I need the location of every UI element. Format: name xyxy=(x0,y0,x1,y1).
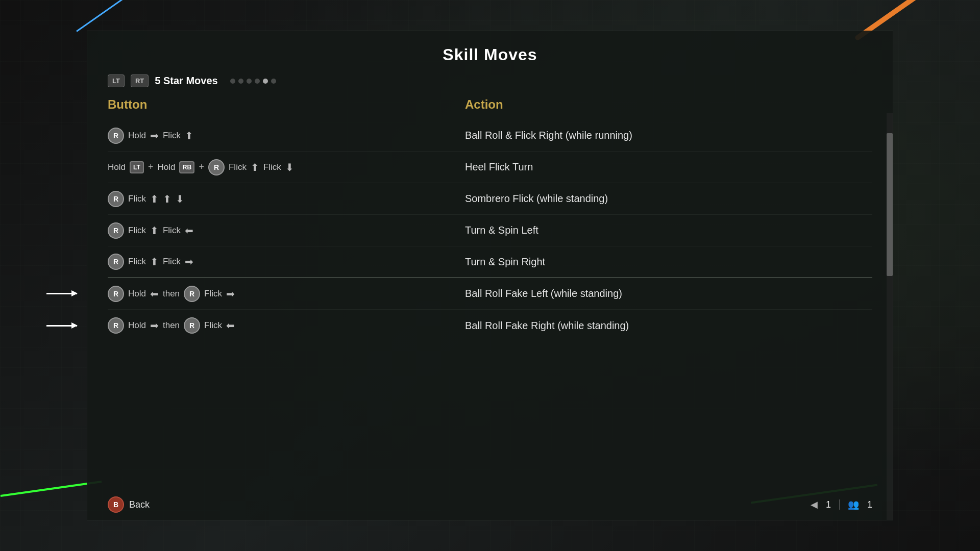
hold-text-4: Hold xyxy=(128,320,146,331)
rb-badge: RB xyxy=(179,161,194,173)
title-bar: Skill Moves xyxy=(87,31,893,74)
tabs-area: LT RT 5 Star Moves xyxy=(87,74,893,97)
arrow-up-icon-5: ⬆ xyxy=(150,224,159,237)
bottom-right-area: ◀ 1 👥 1 xyxy=(811,499,872,510)
button-col-2: Hold LT + Hold RB + R Flick ⬆ Flick ⬇ xyxy=(108,159,465,176)
row-arrow-indicator-6 xyxy=(46,293,77,294)
flick-text-6: Flick xyxy=(163,226,181,236)
then-text-1: then xyxy=(163,289,180,299)
lt-badge: LT xyxy=(130,161,144,173)
dot-3[interactable] xyxy=(247,79,252,84)
col-header-button: Button xyxy=(108,97,465,112)
arrow-right-icon-2: ➡ xyxy=(185,256,193,268)
flick-text-3: Flick xyxy=(263,162,281,172)
column-headers: Button Action xyxy=(87,97,893,112)
r-badge-7: R xyxy=(184,286,200,302)
action-col-3: Sombrero Flick (while standing) xyxy=(465,193,872,205)
flick-text-8: Flick xyxy=(163,257,181,267)
button-col-3: R Flick ⬆ ⬆ ⬇ xyxy=(108,191,465,207)
r-badge-3: R xyxy=(108,191,124,207)
button-col-1: R Hold ➡ Flick ⬆ xyxy=(108,128,465,144)
table-row: R Flick ⬆ Flick ⬅ Turn & Spin Left xyxy=(108,215,872,246)
r-badge-4: R xyxy=(108,222,124,239)
moves-list: R Hold ➡ Flick ⬆ Ball Roll & Flick Right… xyxy=(87,120,893,341)
action-col-4: Turn & Spin Left xyxy=(465,224,872,236)
action-col-6: Ball Roll Fake Left (while standing) xyxy=(465,288,872,299)
page-title: Skill Moves xyxy=(443,45,537,64)
then-text-2: then xyxy=(163,320,180,331)
hold-text: Hold xyxy=(108,162,126,172)
arrow-up-icon-2: ⬆ xyxy=(251,161,259,173)
arrow-down-icon: ⬇ xyxy=(285,161,294,173)
flick-text-10: Flick xyxy=(204,320,222,331)
b-badge: B xyxy=(108,496,124,513)
hold-text-3: Hold xyxy=(128,289,146,299)
table-row: R Flick ⬆ ⬆ ⬇ Sombrero Flick (while stan… xyxy=(108,183,872,215)
table-row: R Hold ⬅ then R Flick ➡ Ball Roll Fake L… xyxy=(108,278,872,310)
r-badge: R xyxy=(108,128,124,144)
back-label: Back xyxy=(129,499,150,510)
hold-text-2: Hold xyxy=(157,162,175,172)
players-number: 1 xyxy=(867,499,872,510)
flick-text: Flick xyxy=(163,131,181,141)
r-badge-5: R xyxy=(108,254,124,270)
flick-text-7: Flick xyxy=(128,257,146,267)
col-header-action: Action xyxy=(465,97,872,112)
r-badge-2: R xyxy=(208,159,225,176)
page-dots xyxy=(230,79,276,84)
left-chevron-icon: ◀ xyxy=(811,499,818,510)
table-row: R Hold ➡ Flick ⬆ Ball Roll & Flick Right… xyxy=(108,120,872,152)
button-col-4: R Flick ⬆ Flick ⬅ xyxy=(108,222,465,239)
r-badge-9: R xyxy=(184,317,200,334)
hold-text: Hold xyxy=(128,131,146,141)
back-button[interactable]: B Back xyxy=(108,496,150,513)
tabs-label: 5 Star Moves xyxy=(155,75,217,87)
arrow-right-icon-3: ➡ xyxy=(226,288,235,300)
button-col-6: R Hold ⬅ then R Flick ➡ xyxy=(108,286,465,302)
players-icon: 👥 xyxy=(848,499,859,510)
bottom-bar: B Back ◀ 1 👥 1 xyxy=(87,489,893,520)
arrow-left-icon-2: ⬅ xyxy=(150,288,159,300)
table-row: R Hold ➡ then R Flick ⬅ Ball Roll Fake R… xyxy=(108,310,872,341)
table-row: Hold LT + Hold RB + R Flick ⬆ Flick ⬇ He… xyxy=(108,152,872,183)
flick-text-9: Flick xyxy=(204,289,222,299)
plus-icon-2: + xyxy=(199,162,204,172)
arrow-right-icon: ➡ xyxy=(150,130,159,142)
dot-1[interactable] xyxy=(230,79,235,84)
dot-4[interactable] xyxy=(255,79,260,84)
action-col-2: Heel Flick Turn xyxy=(465,161,872,173)
lt-button[interactable]: LT xyxy=(108,74,125,87)
plus-icon: + xyxy=(148,162,154,172)
dot-6[interactable] xyxy=(271,79,276,84)
arrow-down-icon-2: ⬇ xyxy=(176,193,184,205)
r-badge-8: R xyxy=(108,317,124,334)
main-panel: Skill Moves LT RT 5 Star Moves Button Ac… xyxy=(87,31,893,520)
arrow-up-icon-4: ⬆ xyxy=(163,193,172,205)
row-arrow-indicator-7 xyxy=(46,325,77,327)
action-col-5: Turn & Spin Right xyxy=(465,256,872,268)
arrow-up-icon: ⬆ xyxy=(185,130,193,142)
flick-text-4: Flick xyxy=(128,194,146,204)
page-number: 1 xyxy=(826,499,831,510)
dot-5-active[interactable] xyxy=(263,79,268,84)
divider xyxy=(839,499,840,510)
action-col-7: Ball Roll Fake Right (while standing) xyxy=(465,320,872,332)
flick-text-5: Flick xyxy=(128,226,146,236)
arrow-left-icon-3: ⬅ xyxy=(226,319,235,332)
dot-2[interactable] xyxy=(238,79,243,84)
arrow-right-icon-4: ➡ xyxy=(150,319,159,332)
action-col-1: Ball Roll & Flick Right (while running) xyxy=(465,130,872,141)
button-col-5: R Flick ⬆ Flick ➡ xyxy=(108,254,465,270)
scrollbar-area[interactable] xyxy=(887,113,893,520)
scrollbar-thumb[interactable] xyxy=(887,133,893,276)
r-badge-6: R xyxy=(108,286,124,302)
table-row: R Flick ⬆ Flick ➡ Turn & Spin Right xyxy=(108,246,872,278)
arrow-left-icon: ⬅ xyxy=(185,224,193,237)
flick-text-2: Flick xyxy=(229,162,247,172)
button-col-7: R Hold ➡ then R Flick ⬅ xyxy=(108,317,465,334)
rt-button[interactable]: RT xyxy=(131,74,149,87)
arrow-up-icon-6: ⬆ xyxy=(150,256,159,268)
arrow-up-icon-3: ⬆ xyxy=(150,193,159,205)
